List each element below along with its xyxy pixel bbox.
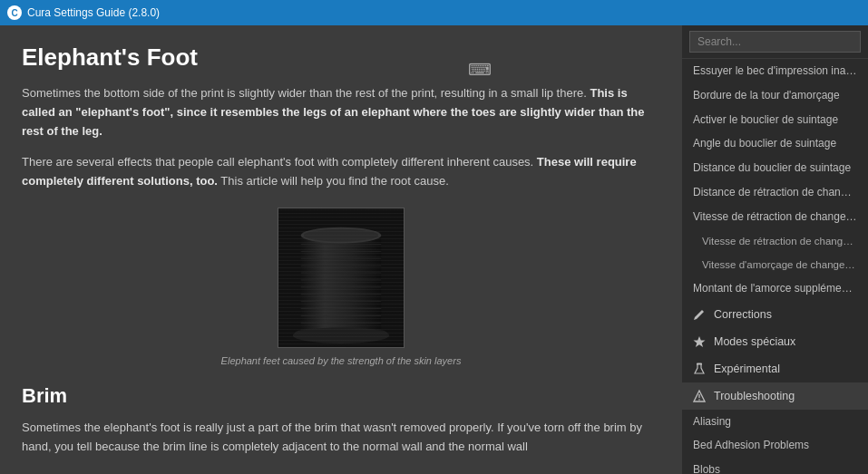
image-svg (278, 208, 404, 348)
second-normal: There are several effects that people ca… (22, 155, 537, 169)
page-title: Elephant's Foot (22, 44, 660, 72)
nav-item-distance-bouclier[interactable]: Distance du bouclier de suintage (682, 156, 868, 180)
search-input[interactable] (689, 31, 861, 53)
svg-point-24 (698, 399, 700, 401)
search-container (682, 25, 868, 59)
titlebar: C Cura Settings Guide (2.8.0) (0, 0, 868, 25)
sidebar: Essuyer le bec d'impression inactif Bord… (682, 25, 868, 474)
main-content: Elephant's Foot Sometimes the bottom sid… (0, 25, 682, 474)
translate-icon[interactable]: ⌨ (468, 60, 492, 80)
titlebar-title: Cura Settings Guide (2.8.0) (27, 6, 160, 19)
nav-item-activer[interactable]: Activer le bouclier de suintage (682, 108, 868, 132)
brim-heading: Brim (22, 384, 660, 408)
intro-normal: Sometimes the bottom side of the print i… (22, 86, 590, 100)
svg-point-19 (293, 327, 389, 343)
svg-point-1 (295, 326, 388, 341)
brim-text: Sometimes the elephant's foot is really … (22, 419, 660, 457)
main-area: ⌨ Elephant's Foot Sometimes the bottom s… (0, 25, 868, 474)
experimental-icon (691, 361, 707, 377)
svg-rect-21 (697, 363, 702, 365)
experimental-label: Expérimental (714, 363, 780, 375)
nav-section-corrections[interactable]: Corrections (682, 301, 868, 328)
image-caption: Elephant feet caused by the strength of … (221, 355, 462, 366)
nav-item-montant[interactable]: Montant de l'amorce supplémentai... (682, 276, 868, 301)
second-end: This article will help you find the root… (218, 174, 449, 188)
troubleshooting-icon (691, 388, 707, 404)
nav-item-distance-retraction[interactable]: Distance de rétraction de changem... (682, 180, 868, 205)
troubleshooting-label: Troubleshooting (714, 390, 795, 402)
nav-item-vitesse-retraction[interactable]: Vitesse de rétraction de changemen... (682, 205, 868, 229)
content-wrapper: ⌨ Elephant's Foot Sometimes the bottom s… (0, 25, 682, 474)
svg-point-18 (304, 229, 379, 242)
nav-item-bordure[interactable]: Bordure de la tour d'amorçage (682, 83, 868, 108)
nav-item-bed-adhesion[interactable]: Bed Adhesion Problems (682, 433, 868, 458)
nav-item-essuyer[interactable]: Essuyer le bec d'impression inactif (682, 59, 868, 83)
corrections-label: Corrections (714, 308, 772, 321)
nav-item-blobs[interactable]: Blobs (682, 458, 868, 474)
svg-point-17 (301, 227, 382, 244)
second-paragraph: There are several effects that people ca… (22, 153, 660, 191)
nav-item-angle[interactable]: Angle du bouclier de suintage (682, 131, 868, 156)
nav-item-vitesse-amorcage[interactable]: Vitesse d'amorçage de changem... (682, 253, 868, 276)
nav-section-special-modes[interactable]: Modes spéciaux (682, 328, 868, 355)
special-modes-label: Modes spéciaux (714, 335, 795, 348)
nav-list: Essuyer le bec d'impression inactif Bord… (682, 59, 868, 474)
svg-marker-20 (694, 336, 706, 347)
corrections-icon (691, 306, 707, 323)
intro-paragraph: Sometimes the bottom side of the print i… (22, 84, 660, 140)
article-image (278, 208, 405, 348)
nav-section-experimental[interactable]: Expérimental (682, 355, 868, 382)
image-container: Elephant feet caused by the strength of … (22, 208, 660, 366)
nav-item-aliasing[interactable]: Aliasing (682, 410, 868, 434)
nav-item-vitesse-retraction-sub[interactable]: Vitesse de rétraction de change... (682, 229, 868, 253)
special-modes-icon (691, 334, 707, 350)
app-icon: C (7, 5, 22, 20)
svg-rect-0 (278, 208, 404, 347)
svg-rect-3 (301, 236, 382, 335)
svg-point-2 (298, 328, 385, 339)
nav-section-troubleshooting[interactable]: Troubleshooting (682, 382, 868, 410)
